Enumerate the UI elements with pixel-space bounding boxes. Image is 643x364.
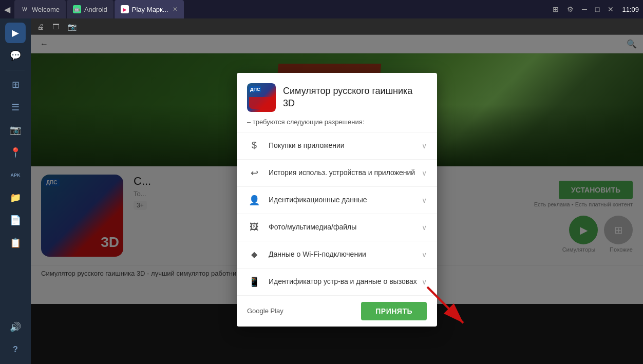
sidebar-icon-chat[interactable]: 💬 [5, 45, 26, 66]
perm-item-history[interactable]: ↩ История использ. устройства и приложен… [237, 159, 437, 186]
sidebar-icon-camera[interactable]: 📷 [5, 120, 26, 140]
doc2-icon: 📋 [10, 237, 21, 248]
perm-media-text: Фото/мультимедиа/файлы [269, 222, 422, 232]
apps-icon: ☰ [11, 102, 20, 113]
close-btn[interactable]: ✕ [608, 5, 614, 13]
main-layout: ▶ 💬 ⊞ ☰ 📷 📍 APK 📁 📄 📋 🔊 [0, 18, 643, 364]
chevron-down-icon-0: ∨ [422, 142, 427, 150]
perm-item-identity[interactable]: 👤 Идентификационные данные ∨ [237, 186, 437, 214]
sidebar-icon-apk[interactable]: APK [5, 165, 26, 185]
device-icon: 📱 [247, 275, 261, 289]
dialog-subtitle: – требуются следующие разрешения: [237, 118, 437, 132]
tab-playmarket-label: Play Марк... [132, 6, 168, 13]
toolbar: 🖨 🗖 📷 [31, 18, 643, 35]
tab-android[interactable]: 🤖 Android [67, 0, 114, 18]
tab-welcome-icon: W [21, 5, 29, 13]
perm-deviceid-text: Идентификатор устр-ва и данные о вызовах [269, 277, 422, 286]
perm-item-purchases[interactable]: $ Покупки в приложении ∨ [237, 132, 437, 159]
sidebar-icon-doc2[interactable]: 📋 [5, 233, 26, 253]
settings-icon[interactable]: ⚙ [567, 5, 574, 13]
perm-wifi-text: Данные о Wi-Fi-подключении [269, 250, 422, 259]
history-icon: ↩ [247, 166, 261, 180]
sidebar: ▶ 💬 ⊞ ☰ 📷 📍 APK 📁 📄 📋 🔊 [0, 18, 31, 364]
identity-icon: 👤 [247, 193, 261, 207]
sidebar-icon-volume[interactable]: 🔊 [5, 317, 26, 337]
dialog-app-icon [247, 83, 276, 112]
perm-history-text: История использ. устройства и приложений [269, 168, 422, 177]
sidebar-icon-video[interactable]: ▶ [5, 23, 26, 43]
tab-playmarket-close[interactable]: ✕ [173, 6, 178, 13]
apk-icon: APK [10, 173, 20, 178]
title-bar: ◀ W Welcome 🤖 Android ▶ Play Марк... ✕ ⊞… [0, 0, 643, 18]
perm-purchases-text: Покупки в приложении [269, 141, 422, 150]
chevron-down-icon-2: ∨ [422, 196, 427, 204]
folder-icon: 📁 [10, 192, 21, 203]
maximize-btn[interactable]: □ [595, 5, 599, 13]
multi-icon: ⊞ [12, 79, 20, 90]
sidebar-icon-location[interactable]: 📍 [5, 142, 26, 163]
help-icon: ? [13, 345, 18, 354]
screenshot-btn[interactable]: 🗖 [50, 22, 62, 32]
content-area: 🖨 🗖 📷 ← 🔍 ДПС С... To... [31, 18, 643, 364]
tab-welcome[interactable]: W Welcome [14, 0, 66, 18]
perm-identity-text: Идентификационные данные [269, 195, 422, 204]
perm-item-wifi[interactable]: ◆ Данные о Wi-Fi-подключении ∨ [237, 241, 437, 268]
minimize-btn[interactable]: ─ [582, 5, 587, 13]
accept-button[interactable]: ПРИНЯТЬ [361, 302, 427, 320]
dialog-app-title: Симулятор русского гаишника 3D [283, 85, 427, 109]
title-bar-back-btn[interactable]: ◀ [4, 5, 10, 14]
grid-icon[interactable]: ⊞ [553, 5, 559, 13]
tab-android-icon: 🤖 [73, 5, 81, 13]
dialog-footer: Google Play ПРИНЯТЬ [237, 295, 437, 327]
chevron-down-icon-5: ∨ [422, 278, 427, 286]
media-icon: 🖼 [247, 220, 261, 235]
location-icon: 📍 [10, 147, 21, 158]
modal-overlay: Симулятор русского гаишника 3D – требуют… [31, 35, 643, 364]
wifi-icon: ◆ [247, 247, 261, 262]
chevron-down-icon-4: ∨ [422, 251, 427, 259]
tab-playmarket-icon: ▶ [121, 5, 129, 13]
window-controls: ⊞ ⚙ ─ □ ✕ [553, 5, 614, 13]
google-play-text: Google Play [247, 307, 361, 315]
permission-dialog: Симулятор русского гаишника 3D – требуют… [237, 73, 437, 327]
sidebar-icon-help[interactable]: ? [5, 339, 26, 360]
tab-playmarket[interactable]: ▶ Play Марк... ✕ [115, 0, 184, 18]
video-icon: ▶ [12, 27, 19, 39]
camera-icon: 📷 [10, 124, 21, 136]
volume-icon: 🔊 [10, 321, 21, 333]
chevron-down-icon-3: ∨ [422, 223, 427, 232]
perm-item-deviceid[interactable]: 📱 Идентификатор устр-ва и данные о вызов… [237, 268, 437, 295]
clock: 11:09 [622, 6, 639, 13]
chat-icon: 💬 [10, 50, 21, 61]
sidebar-icon-multi[interactable]: ⊞ [5, 74, 26, 95]
doc1-icon: 📄 [10, 215, 21, 226]
perm-item-media[interactable]: 🖼 Фото/мультимедиа/файлы ∨ [237, 214, 437, 241]
tab-welcome-label: Welcome [32, 6, 60, 13]
chevron-down-icon-1: ∨ [422, 169, 427, 177]
tab-android-label: Android [84, 6, 107, 13]
sidebar-icon-apps[interactable]: ☰ [5, 97, 26, 118]
browser-area: ← 🔍 ДПС С... To... 3+ [31, 35, 643, 364]
dialog-header: Симулятор русского гаишника 3D [237, 73, 437, 118]
camera-btn[interactable]: 📷 [66, 22, 79, 32]
sidebar-divider-1 [6, 70, 25, 70]
sidebar-icon-folder[interactable]: 📁 [5, 187, 26, 208]
dollar-icon: $ [247, 139, 261, 153]
print-btn[interactable]: 🖨 [35, 22, 46, 32]
sidebar-icon-doc1[interactable]: 📄 [5, 210, 26, 231]
